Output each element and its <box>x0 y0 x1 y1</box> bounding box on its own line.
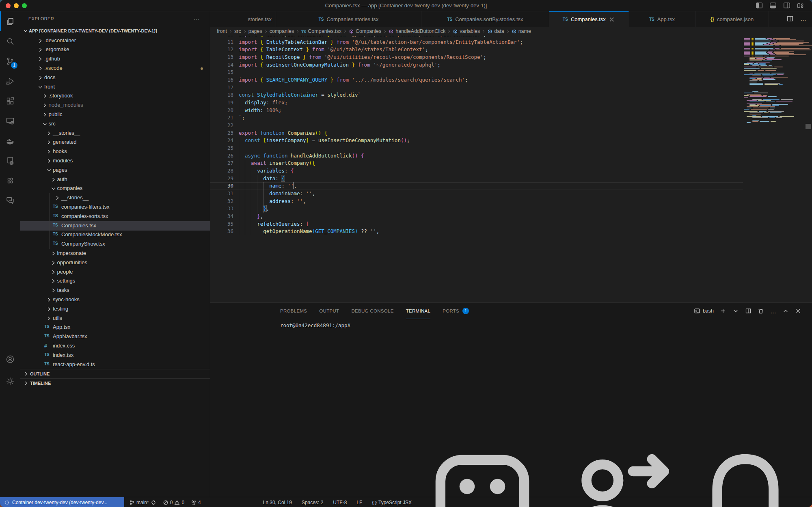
tree-folder-companies[interactable]: companies <box>20 184 210 193</box>
breadcrumb-item-handleaddbuttonclick[interactable]: handleAddButtonClick <box>389 28 445 34</box>
panel-tab-output[interactable]: OUTPUT <box>319 303 339 319</box>
tree-folder-utils[interactable]: utils <box>20 314 210 323</box>
eol[interactable]: LF <box>356 500 362 505</box>
shell-selector[interactable]: bash <box>694 308 714 314</box>
tree-folder-pages[interactable]: pages <box>20 166 210 175</box>
sidebar-section-timeline[interactable]: TIMELINE <box>20 378 210 388</box>
problems-status[interactable]: 00 <box>163 500 184 505</box>
encoding[interactable]: UTF-8 <box>333 500 347 505</box>
tree-folder--stories-[interactable]: __stories__ <box>20 129 210 138</box>
tab-companies-tsx[interactable]: TSCompanies.tsx <box>549 11 629 27</box>
breadcrumb-item-companies-tsx[interactable]: TSCompanies.tsx <box>301 28 341 34</box>
breadcrumb-item-companies[interactable]: companies <box>270 28 294 34</box>
tree-folder-opportunities[interactable]: opportunities <box>20 258 210 268</box>
tree-folder--ergomake[interactable]: .ergomake <box>20 45 210 54</box>
workspace-section-header[interactable]: APP [CONTAINER DEV-TWENTY-DEV (DEV-TWENT… <box>20 27 210 36</box>
customize-layout-button[interactable] <box>797 2 805 10</box>
panel-tab-debug-console[interactable]: DEBUG CONSOLE <box>351 303 393 319</box>
panel-tab-problems[interactable]: PROBLEMS <box>280 303 307 319</box>
language-mode[interactable]: { }TypeScript JSX <box>372 500 412 505</box>
activity-item-comments[interactable] <box>0 190 20 210</box>
activity-item-explorer[interactable] <box>0 11 20 31</box>
terminal-prompt[interactable]: root@0a42ecd84891:/app# <box>280 322 350 328</box>
remote-indicator[interactable]: Container dev-twenty-dev (dev-twenty-dev… <box>0 497 124 507</box>
tree-folder-modules[interactable]: modules <box>20 156 210 166</box>
tree-folder--stories-[interactable]: __stories__ <box>20 193 210 203</box>
toggle-secondary-sidebar-button[interactable] <box>783 2 791 10</box>
breadcrumb-item-pages[interactable]: pages <box>248 28 262 34</box>
profile-icon[interactable] <box>421 441 543 507</box>
tree-folder-sync-hooks[interactable]: sync-hooks <box>20 295 210 304</box>
activity-item-docker[interactable] <box>0 131 20 151</box>
tree-file-index-css[interactable]: #index.css <box>20 341 210 351</box>
tree-file-companies-sorts-tsx[interactable]: TScompanies-sorts.tsx <box>20 212 210 221</box>
more-actions-icon[interactable]: … <box>800 15 806 22</box>
tab-app-tsx[interactable]: TSApp.tsx <box>629 11 695 27</box>
cursor-position[interactable]: Ln 30, Col 19 <box>263 500 292 505</box>
terminal-dropdown-button[interactable] <box>732 308 739 314</box>
tab-companies-sortby-stories-tsx[interactable]: TSCompanies.sortBy.stories.tsx <box>421 11 549 27</box>
activity-item-source-control[interactable]: 1 <box>0 51 20 71</box>
ports-status[interactable]: 4 <box>191 500 201 505</box>
tree-folder--vscode[interactable]: .vscode <box>20 64 210 73</box>
notifications-icon[interactable] <box>685 441 806 507</box>
activity-item-dev-containers[interactable] <box>0 151 20 170</box>
more-actions-icon[interactable]: … <box>193 15 200 22</box>
tree-folder-testing[interactable]: testing <box>20 304 210 314</box>
tree-file-app-tsx[interactable]: TSApp.tsx <box>20 323 210 332</box>
sidebar-section-outline[interactable]: OUTLINE <box>20 369 210 378</box>
breadcrumb-item-src[interactable]: src <box>234 28 241 34</box>
close-icon[interactable] <box>609 16 615 23</box>
activity-item-extensions[interactable] <box>0 91 20 111</box>
more-actions-icon[interactable]: … <box>770 308 776 315</box>
toggle-panel-button[interactable] <box>769 2 777 10</box>
kill-terminal-button[interactable] <box>758 308 764 314</box>
tree-folder--github[interactable]: .github <box>20 54 210 64</box>
tab-companies-json[interactable]: {}companies.json <box>695 11 769 27</box>
tree-file-appnavbar-tsx[interactable]: TSAppNavbar.tsx <box>20 332 210 341</box>
close-panel-button[interactable] <box>795 308 801 314</box>
tree-file-react-app-env-d-ts[interactable]: TSreact-app-env.d.ts <box>20 360 210 369</box>
activity-item-remote-explorer[interactable] <box>0 111 20 131</box>
split-terminal-button[interactable] <box>745 308 752 314</box>
new-terminal-button[interactable] <box>720 308 726 314</box>
tree-folder-generated[interactable]: generated <box>20 138 210 147</box>
tree-folder-auth[interactable]: auth <box>20 175 210 184</box>
tab-stories-tsx[interactable]: stories.tsx <box>210 11 276 27</box>
scrollbar-thumb[interactable] <box>806 124 811 129</box>
tree-file-companiesmockmode-tsx[interactable]: TSCompaniesMockMode.tsx <box>20 230 210 239</box>
code-editor[interactable]: 10import { WithTopBarContainer } from '@… <box>210 36 812 302</box>
tree-folder-people[interactable]: people <box>20 268 210 277</box>
activity-item-search[interactable] <box>0 31 20 51</box>
branch-status[interactable]: main* <box>129 500 156 505</box>
tree-file-companies-filters-tsx[interactable]: TScompanies-filters.tsx <box>20 203 210 212</box>
tree-folder-node-modules[interactable]: node_modules <box>20 101 210 110</box>
tree-folder-settings[interactable]: settings <box>20 276 210 286</box>
toggle-sidebar-button[interactable] <box>755 2 763 10</box>
maximize-panel-button[interactable] <box>782 308 789 314</box>
tree-folder-impersonate[interactable]: impersonate <box>20 249 210 258</box>
breadcrumb-item-name[interactable]: name <box>512 28 531 34</box>
activity-item-accounts[interactable] <box>0 349 20 369</box>
panel-tab-terminal[interactable]: TERMINAL <box>406 303 431 319</box>
panel-tab-ports[interactable]: PORTS1 <box>443 303 469 319</box>
minimap[interactable] <box>742 36 805 302</box>
split-editor-icon[interactable] <box>786 15 794 22</box>
breadcrumb[interactable]: frontsrcpagescompaniesTSCompanies.tsxCom… <box>210 27 812 36</box>
tree-folder--storybook[interactable]: .storybook <box>20 91 210 101</box>
tree-folder--devcontainer[interactable]: .devcontainer <box>20 36 210 45</box>
tree-file-companyshow-tsx[interactable]: TSCompanyShow.tsx <box>20 239 210 249</box>
activity-item-figma[interactable] <box>0 170 20 190</box>
breadcrumb-item-front[interactable]: front <box>217 28 227 34</box>
feedback-icon[interactable] <box>553 441 675 507</box>
tree-folder-docs[interactable]: docs <box>20 73 210 82</box>
breadcrumb-item-variables[interactable]: variables <box>453 28 480 34</box>
tree-folder-public[interactable]: public <box>20 110 210 119</box>
tree-folder-front[interactable]: front <box>20 82 210 92</box>
tree-file-index-tsx[interactable]: TSindex.tsx <box>20 351 210 360</box>
indentation[interactable]: Spaces: 2 <box>302 500 323 505</box>
breadcrumb-item-companies[interactable]: Companies <box>349 28 381 34</box>
breadcrumb-item-data[interactable]: data <box>487 28 504 34</box>
activity-item-settings[interactable] <box>0 371 20 391</box>
tree-file-companies-tsx[interactable]: TSCompanies.tsx <box>20 221 210 231</box>
